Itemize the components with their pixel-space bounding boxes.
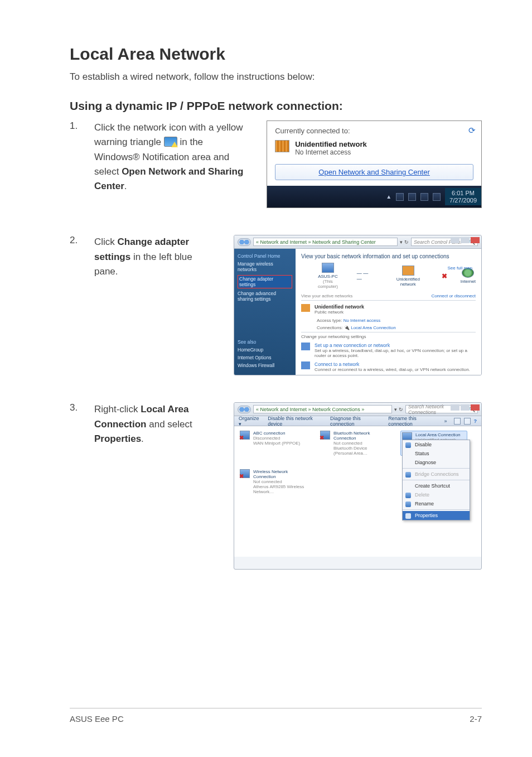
ctx-bridge[interactable]: Bridge Connections [403,470,470,479]
conn-device: Atheros AR9285 Wireless Network… [253,484,307,494]
tray-clock[interactable]: 6:01 PM 7/27/2009 [445,188,481,205]
map-node-net: Unidentified network [388,266,428,287]
breadcrumb[interactable]: « Network and Internet » Network Connect… [253,405,392,413]
nav-back-forward[interactable] [238,406,251,413]
unet-sub: Public network [315,310,364,315]
network-tray-icon[interactable] [420,193,428,201]
conn-device: WAN Miniport (PPPOE) [253,441,300,446]
flag-icon[interactable] [396,193,404,201]
network-warning-icon [164,137,177,147]
wizard-icon [301,343,310,350]
shield-icon [405,472,411,478]
opt-connect-desc: Connect or reconnect to a wireless, wire… [315,367,470,372]
conn-name: Bluetooth Network Connection [333,431,387,441]
close-button[interactable] [471,404,480,411]
taskbar-tray: ▲ 6:01 PM 7/27/2009 [267,186,481,208]
volume-icon[interactable] [433,193,441,201]
wifi-icon [240,469,250,478]
kv-access-label: Access type: [317,318,342,323]
address-bar: « Network and Internet » Network and Sha… [234,235,481,249]
toolbar: Organize ▾ Disable this network device D… [234,416,481,426]
figure-network-flyout: Currently connected to: ⟳ Unidentified n… [267,120,482,208]
preview-icon[interactable] [464,418,471,425]
opt-setup-link[interactable]: Set up a new connection or network [315,343,476,348]
minimize-button[interactable] [451,404,460,411]
show-hidden-icon[interactable]: ▲ [386,194,391,200]
view-icon[interactable] [454,418,461,425]
tb-organize[interactable]: Organize ▾ [239,416,261,427]
conn-status: Not connected [253,479,307,484]
ctx-diagnose[interactable]: Diagnose [403,458,470,467]
shield-icon [405,513,411,519]
map-inet-label: Internet [461,279,476,284]
shield-icon [405,493,411,498]
section-heading: Using a dynamic IP / PPPoE network conne… [70,99,482,113]
conn-wireless[interactable]: Wireless Network ConnectionNot connected… [240,469,307,494]
kv-access-value: No Internet access [344,318,381,323]
ctx-rename[interactable]: Rename [403,499,470,508]
tb-more[interactable]: » [444,418,447,424]
ctx-status[interactable]: Status [403,449,470,458]
modem-icon [240,431,250,440]
address-bar: « Network and Internet » Network Connect… [234,403,481,416]
step-3: 3. Right-click Local Area Connection and… [70,402,482,570]
step-number: 2. [70,235,82,279]
sidebar-item-firewall[interactable]: Windows Firewall [238,363,292,368]
sidebar-see-also: See also [238,339,292,345]
sidebar-item-inet-options[interactable]: Internet Options [238,355,292,360]
conn-name: Wireless Network Connection [253,469,307,479]
sidebar-item-advanced-sharing[interactable]: Change advanced sharing settings [238,291,292,302]
step-bold2: Properties [94,433,141,444]
sidebar-home[interactable]: Control Panel Home [238,253,292,259]
close-button[interactable] [471,237,480,243]
maximize-button[interactable] [461,237,470,243]
refresh-icon[interactable]: ⟳ [468,126,476,136]
tb-disable[interactable]: Disable this network device [268,416,323,427]
ctx-disable[interactable]: Disable [403,440,470,449]
map-net-label: Unidentified network [388,277,428,287]
context-menu: Disable Status Diagnose Bridge Connectio… [402,440,470,520]
figure-netconn-window: « Network and Internet » Network Connect… [234,402,482,570]
ctx-delete[interactable]: Delete [403,490,470,499]
opt-setup-desc: Set up a wireless, broadband, dial-up, a… [315,348,476,358]
kv-conn-value[interactable]: Local Area Connection [351,325,396,330]
conn-bluetooth[interactable]: Bluetooth Network ConnectionNot connecte… [320,431,387,456]
conn-name: Local Area Connection [415,432,466,437]
help-icon[interactable]: ? [474,418,477,424]
flyout-network-title: Unidentified network [295,140,367,148]
nav-back-forward[interactable] [238,238,251,246]
page-footer: ASUS Eee PC 2-7 [70,708,482,724]
shield-icon [405,442,411,448]
minimize-button[interactable] [451,237,460,243]
tb-rename[interactable]: Rename this connection [388,416,437,427]
conn-abc[interactable]: ABC connectionDisconnectedWAN Miniport (… [240,431,307,456]
sidebar-item-homegroup[interactable]: HomeGroup [238,347,292,353]
open-nsc-link[interactable]: Open Network and Sharing Center [318,168,429,176]
sidebar-item-wireless[interactable]: Manage wireless networks [238,261,292,272]
ctx-properties[interactable]: Properties [403,511,470,520]
maximize-button[interactable] [461,404,470,411]
see-full-map-link[interactable]: See full map [448,266,472,271]
ctx-shortcut[interactable]: Create Shortcut [403,481,470,490]
connect-disconnect-link[interactable]: Connect or disconnect [431,293,476,298]
step-text-c: . [141,433,144,444]
step-number: 1. [70,120,82,194]
conn-name: ABC connection [253,431,300,436]
step-text-a: Right-click [94,404,141,414]
step-text: Click the network icon with a yellow war… [94,120,251,194]
tb-diagnose[interactable]: Diagnose this connection [330,416,381,427]
conn-device: Bluetooth Device (Personal Area… [333,446,387,456]
opt-connect-link[interactable]: Connect to a network [315,361,470,367]
view-active-label: View your active networks [301,293,352,298]
figure-nsc-window: « Network and Internet » Network and Sha… [234,235,482,375]
flyout-header: Currently connected to: [275,127,350,135]
window-buttons [451,237,480,243]
main-pane: View your basic network information and … [296,249,481,375]
power-icon[interactable] [408,193,416,201]
change-settings-title: Change your networking settings [301,334,476,339]
breadcrumb[interactable]: « Network and Internet » Network and Sha… [253,238,398,246]
connections-body: ABC connectionDisconnectedWAN Miniport (… [234,426,481,557]
shield-icon [405,502,411,507]
open-nsc-button[interactable]: Open Network and Sharing Center [275,164,473,180]
sidebar-item-change-adapter[interactable]: Change adapter settings [238,275,292,288]
